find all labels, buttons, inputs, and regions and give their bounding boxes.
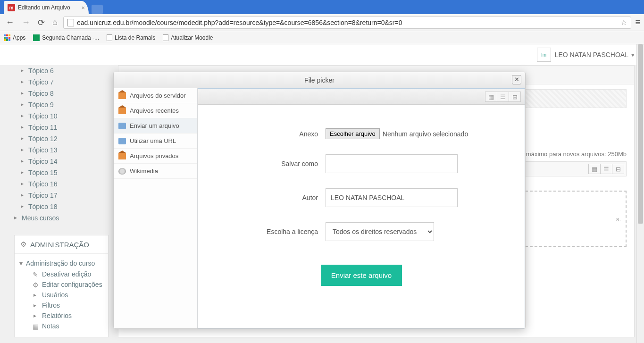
view-grid-icon[interactable]: ▦ [588,164,601,174]
admin-item[interactable]: Editar configurações [33,279,102,290]
bookmark-item[interactable]: Atualizar Moodle [163,34,213,41]
browser-tab[interactable]: m Editando um Arquivo × [4,1,89,14]
repo-item[interactable]: Wikimedia [114,164,197,179]
license-label: Escolha a licença [217,228,326,235]
repo-icon [118,138,126,144]
sidebar-topic-item[interactable]: Tópico 15 [14,167,109,178]
avatar[interactable]: Im [537,48,551,62]
sheets-icon [33,34,40,41]
repo-item[interactable]: Arquivos recentes [114,103,197,118]
sidebar-topic-item[interactable]: Tópico 12 [14,133,109,144]
tab-close-icon[interactable]: × [81,4,85,11]
user-bar: Im LEO NATAN PASCHOAL ▾ [0,44,644,65]
repo-item[interactable]: Utilizar uma URL [114,134,197,149]
sidebar-topic-item[interactable]: Tópico 14 [14,156,109,167]
browser-menu-icon[interactable]: ≡ [635,17,640,27]
nav-home-icon[interactable]: ⌂ [50,17,59,28]
admin-block-header: ⚙ ADMINISTRAÇÃO [15,235,108,254]
doc-icon [163,34,168,41]
tab-title: Editando um Arquivo [18,4,70,11]
repo-icon [118,153,126,159]
sidebar-topic-item[interactable]: Tópico 6 [14,65,109,76]
bookmark-star-icon[interactable]: ☆ [620,18,627,27]
file-picker-dialog: File picker ✕ Arquivos do servidorArquiv… [113,72,526,329]
apps-grid-icon [4,34,10,41]
page-scrollbar[interactable] [636,44,644,343]
nav-back-icon[interactable]: ← [4,17,16,28]
course-sidebar: Tópico 6Tópico 7Tópico 8Tópico 9Tópico 1… [9,65,113,337]
url-text: ead.unicruz.edu.br/moodle/course/modedit… [77,19,402,26]
user-name[interactable]: LEO NATAN PASCHOAL [555,51,628,59]
view-list-icon[interactable]: ☰ [497,92,509,102]
admin-item[interactable]: Filtros [33,300,102,310]
repo-icon [118,108,126,114]
sidebar-topic-item[interactable]: Tópico 16 [14,178,109,190]
view-list-icon[interactable]: ☰ [600,164,612,174]
bookmark-item[interactable]: Segunda Chamada -... [33,34,99,41]
dialog-close-button[interactable]: ✕ [512,75,521,84]
admin-item[interactable]: Desativar edição [33,269,102,279]
saveas-input[interactable] [326,154,458,173]
sidebar-topic-item[interactable]: Tópico 13 [14,144,109,156]
repo-item[interactable]: Arquivos do servidor [114,88,197,103]
bookmarks-bar: Apps Segunda Chamada -... Lista de Ramai… [0,31,644,44]
view-tree-icon[interactable]: ⊟ [509,92,521,102]
sidebar-topic-item[interactable]: Tópico 11 [14,122,109,133]
dialog-title-bar[interactable]: File picker ✕ [114,72,525,88]
repo-icon [118,92,126,99]
view-grid-icon[interactable]: ▦ [485,92,497,102]
choose-file-button[interactable]: Escolher arquivo [326,128,380,139]
admin-root[interactable]: Administração do curso Desativar ediçãoE… [15,258,108,333]
bookmark-item[interactable]: Lista de Ramais [107,34,155,41]
repo-icon [118,168,126,175]
admin-item[interactable]: Notas [33,321,102,331]
bookmark-apps[interactable]: Apps [4,34,25,41]
sidebar-topic-item[interactable]: Tópico 7 [14,76,109,88]
picker-toolbar: ▦☰⊟ [198,89,525,105]
sidebar-topic-item[interactable]: Tópico 17 [14,190,109,201]
sidebar-my-courses[interactable]: Meus cursos [14,212,109,224]
doc-icon [107,34,112,41]
license-select[interactable]: Todos os direitos reservados [326,222,434,241]
saveas-label: Salvar como [217,160,326,167]
admin-item[interactable]: Relatórios [33,310,102,321]
user-menu-caret-icon[interactable]: ▾ [631,51,635,59]
admin-item[interactable]: Usuários [33,290,102,300]
sidebar-topic-item[interactable]: Tópico 9 [14,99,109,110]
file-status-text: Nenhum arquivo selecionado [383,130,468,138]
admin-block: ⚙ ADMINISTRAÇÃO Administração do curso D… [14,235,109,337]
author-input[interactable] [326,188,458,207]
nav-bar: ← → ⟳ ⌂ ead.unicruz.edu.br/moodle/course… [0,14,644,31]
sidebar-topic-item[interactable]: Tópico 18 [14,201,109,212]
repo-icon [118,123,126,129]
sidebar-topic-item[interactable]: Tópico 8 [14,88,109,99]
repo-item[interactable]: Arquivos privados [114,149,197,164]
page-icon [67,19,74,26]
picker-pane: ▦☰⊟ Anexo Escolher arquivo Nenhum arquiv… [198,88,525,328]
gear-icon: ⚙ [20,240,26,249]
repo-list: Arquivos do servidorArquivos recentesEnv… [114,88,198,328]
url-bar[interactable]: ead.unicruz.edu.br/moodle/course/modedit… [63,17,632,29]
attach-label: Anexo [217,130,326,138]
nav-forward-icon[interactable]: → [20,17,32,28]
nav-reload-icon[interactable]: ⟳ [36,17,47,29]
repo-item[interactable]: Enviar um arquivo [114,118,197,134]
tab-favicon: m [8,4,15,11]
upload-submit-button[interactable]: Enviar este arquivo [321,265,402,286]
new-tab-button[interactable] [92,5,103,14]
view-tree-icon[interactable]: ⊟ [612,164,624,174]
author-label: Autor [217,194,326,201]
browser-tab-bar: m Editando um Arquivo × [0,0,644,14]
sidebar-topic-item[interactable]: Tópico 10 [14,110,109,122]
